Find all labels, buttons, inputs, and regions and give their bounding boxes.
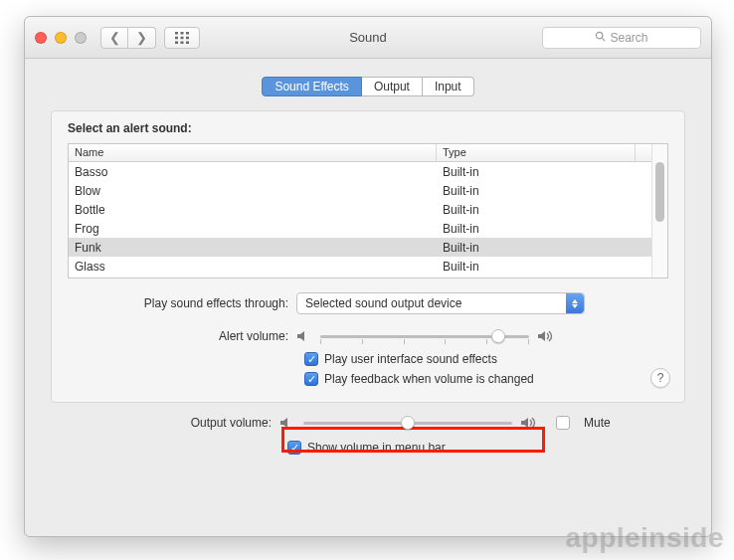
svg-rect-2 [186, 32, 189, 35]
slider-knob[interactable] [491, 329, 505, 343]
search-field[interactable]: Search [542, 27, 701, 49]
table-body: BassoBuilt-inBlowBuilt-inBottleBuilt-inF… [69, 162, 651, 278]
svg-rect-6 [175, 41, 178, 44]
table-row[interactable]: BottleBuilt-in [69, 200, 651, 219]
cell-type: Built-in [437, 259, 651, 275]
search-placeholder: Search [610, 31, 647, 45]
table-row[interactable]: GlassBuilt-in [69, 257, 651, 276]
svg-rect-3 [175, 36, 178, 39]
column-type[interactable]: Type [437, 144, 636, 161]
cell-name: Basso [69, 164, 437, 180]
show-menu-row: Show volume in menu bar [51, 441, 685, 455]
feedback-row: Play feedback when volume is changed [68, 372, 668, 386]
tab-bar: Sound Effects Output Input [51, 77, 685, 96]
feedback-checkbox[interactable] [304, 372, 318, 386]
search-icon [595, 31, 606, 45]
output-volume-label: Output volume: [51, 416, 279, 430]
feedback-label: Play feedback when volume is changed [324, 372, 534, 386]
table-header: Name Type [69, 144, 651, 162]
play-through-label: Play sound effects through: [68, 296, 296, 310]
forward-button[interactable]: ❯ [128, 27, 156, 49]
select-alert-label: Select an alert sound: [68, 121, 668, 135]
svg-rect-4 [181, 36, 184, 39]
table-row[interactable]: FunkBuilt-in [69, 238, 651, 257]
traffic-lights [35, 32, 87, 44]
tab-label: Sound Effects [275, 80, 349, 93]
help-icon: ? [657, 371, 664, 385]
cell-name: Glass [69, 259, 437, 275]
zoom-button[interactable] [75, 32, 87, 44]
close-button[interactable] [35, 32, 47, 44]
cell-type: Built-in [437, 221, 651, 237]
grid-icon [175, 32, 189, 44]
speaker-high-icon [537, 329, 557, 343]
show-menu-checkbox[interactable] [287, 441, 301, 455]
show-all-button[interactable] [164, 27, 200, 49]
minimize-button[interactable] [55, 32, 67, 44]
ui-sounds-checkbox[interactable] [304, 352, 318, 366]
cell-type: Built-in [437, 183, 651, 199]
speaker-low-icon [296, 329, 312, 343]
play-through-select[interactable]: Selected sound output device [296, 292, 585, 314]
table-scrollbar[interactable] [651, 144, 667, 278]
svg-rect-1 [181, 32, 184, 35]
slider-knob[interactable] [401, 416, 415, 430]
tab-sound-effects[interactable]: Sound Effects [262, 77, 362, 96]
cell-type: Built-in [437, 202, 651, 218]
speaker-high-icon [520, 416, 540, 430]
ui-sounds-label: Play user interface sound effects [324, 352, 497, 366]
scrollbar-thumb[interactable] [655, 162, 664, 222]
svg-point-9 [597, 32, 603, 38]
mute-label: Mute [584, 416, 611, 430]
sound-preferences-window: ❮ ❯ Sound Search Sound Effect [24, 16, 712, 537]
cell-name: Frog [69, 221, 437, 237]
output-volume-section: Output volume: Mute [51, 415, 685, 455]
speaker-low-icon [279, 416, 295, 430]
play-through-row: Play sound effects through: Selected sou… [68, 292, 668, 314]
select-stepper-icon [566, 293, 584, 313]
show-menu-label: Show volume in menu bar [307, 441, 446, 455]
mute-checkbox[interactable] [556, 416, 570, 430]
tab-input[interactable]: Input [423, 77, 474, 96]
column-name[interactable]: Name [69, 144, 437, 161]
svg-rect-0 [175, 32, 178, 35]
table-row[interactable]: FrogBuilt-in [69, 219, 651, 238]
alert-sounds-table: Name Type BassoBuilt-inBlowBuilt-inBottl… [68, 143, 668, 279]
cell-name: Blow [69, 183, 437, 199]
back-button[interactable]: ❮ [100, 27, 128, 49]
cell-name: Bottle [69, 202, 437, 218]
table-row[interactable]: BassoBuilt-in [69, 162, 651, 181]
output-volume-row: Output volume: Mute [51, 415, 685, 431]
tab-output[interactable]: Output [362, 77, 423, 96]
column-spacer [636, 144, 651, 161]
nav-buttons: ❮ ❯ [100, 27, 156, 49]
cell-type: Built-in [437, 240, 651, 256]
select-value: Selected sound output device [305, 296, 461, 310]
ui-sounds-row: Play user interface sound effects [68, 352, 668, 366]
svg-line-10 [603, 38, 606, 41]
alert-volume-label: Alert volume: [68, 329, 296, 343]
alert-volume-slider[interactable] [320, 328, 529, 344]
help-button[interactable]: ? [650, 368, 670, 388]
svg-rect-7 [181, 41, 184, 44]
tab-label: Input [435, 80, 461, 93]
chevron-right-icon: ❯ [136, 30, 147, 45]
tab-label: Output [374, 80, 410, 93]
output-volume-slider[interactable] [303, 415, 512, 431]
cell-type: Built-in [437, 164, 651, 180]
cell-name: Funk [69, 240, 437, 256]
svg-rect-5 [186, 36, 189, 39]
content-area: Sound Effects Output Input Select an ale… [25, 59, 711, 536]
window-titlebar: ❮ ❯ Sound Search [25, 17, 711, 59]
table-row[interactable]: BlowBuilt-in [69, 181, 651, 200]
alert-volume-row: Alert volume: [68, 328, 668, 344]
chevron-left-icon: ❮ [109, 30, 120, 45]
svg-rect-8 [186, 41, 189, 44]
sound-effects-panel: Select an alert sound: Name Type BassoBu… [51, 110, 685, 403]
